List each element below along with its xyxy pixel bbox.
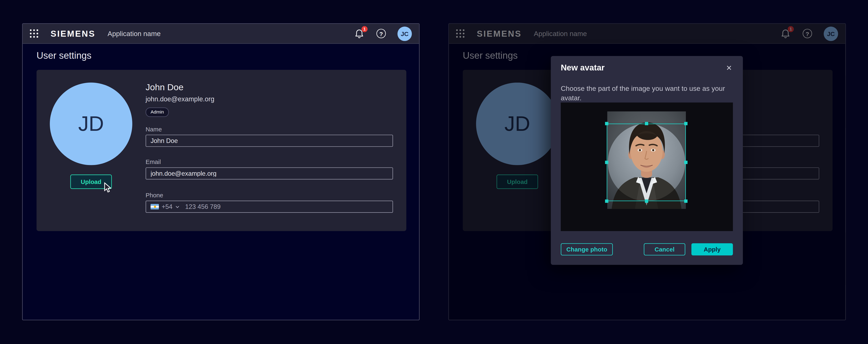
crop-handle-nw[interactable] <box>605 122 608 125</box>
crop-selection[interactable] <box>607 123 686 201</box>
mouse-cursor <box>104 182 112 194</box>
dial-code-select[interactable]: +54 <box>161 203 172 210</box>
argentina-flag-icon <box>151 204 159 209</box>
new-avatar-dialog: New avatar ✕ Choose the part of the imag… <box>551 56 743 265</box>
topbar-actions: 1 ? JC <box>354 26 412 41</box>
chevron-down-icon <box>175 205 179 208</box>
crop-handle-n[interactable] <box>645 122 648 125</box>
apply-button[interactable]: Apply <box>691 243 733 255</box>
change-photo-button[interactable]: Change photo <box>561 243 613 255</box>
stage: SIEMENS Application name 1 ? JC User set… <box>0 0 868 344</box>
email-label: Email <box>146 159 393 165</box>
user-menu-avatar[interactable]: JC <box>397 26 412 41</box>
profile-name: John Doe <box>146 82 214 93</box>
phone-number-value: 123 456 789 <box>185 203 221 210</box>
help-button[interactable]: ? <box>376 29 386 38</box>
role-badge: Admin <box>146 108 169 117</box>
name-field-group: Name <box>146 126 393 147</box>
siemens-logo: SIEMENS <box>51 29 95 38</box>
panel-user-settings-modal-state: SIEMENS Application name 1 ? JC User set… <box>448 23 846 320</box>
panel-user-settings: SIEMENS Application name 1 ? JC User set… <box>22 23 420 320</box>
crop-handle-se[interactable] <box>684 199 687 203</box>
dialog-description: Choose the part of the image you want to… <box>561 84 730 103</box>
profile-card: JD Upload John Doe john.doe@example.org … <box>37 70 406 231</box>
app-title: Application name <box>107 30 161 37</box>
close-icon[interactable]: ✕ <box>723 62 735 74</box>
crop-handle-w[interactable] <box>605 161 608 164</box>
portrait-photo <box>607 111 686 209</box>
phone-input[interactable]: +54 123 456 789 <box>146 201 393 213</box>
page-title: User settings <box>37 51 92 62</box>
crop-handle-sw[interactable] <box>605 199 608 203</box>
profile-summary: John Doe john.doe@example.org Admin <box>146 82 214 117</box>
dialog-title: New avatar <box>561 63 604 72</box>
crop-handle-s[interactable] <box>645 199 648 203</box>
crop-handle-ne[interactable] <box>684 122 687 125</box>
profile-avatar: JD <box>50 83 132 165</box>
email-input[interactable] <box>146 167 393 179</box>
email-field-group: Email <box>146 159 393 179</box>
cancel-button[interactable]: Cancel <box>644 243 685 255</box>
app-switcher-icon[interactable] <box>30 29 38 38</box>
phone-label: Phone <box>146 192 393 198</box>
notifications-button[interactable]: 1 <box>354 28 365 39</box>
crop-handle-e[interactable] <box>684 161 687 164</box>
name-label: Name <box>146 126 393 133</box>
profile-email: john.doe@example.org <box>146 95 214 103</box>
phone-field-group: Phone +54 123 456 789 <box>146 192 393 213</box>
notification-badge: 1 <box>362 26 368 32</box>
name-input[interactable] <box>146 135 393 147</box>
crop-canvas <box>561 103 733 231</box>
top-bar: SIEMENS Application name 1 ? JC <box>23 24 419 44</box>
